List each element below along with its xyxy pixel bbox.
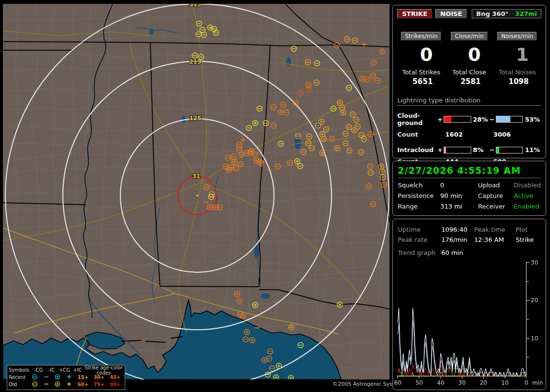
upload-label: Upload [478,182,514,189]
noises-per-min-value: 1 [516,43,541,66]
strike-stats-box: STRIKE NOISE Bng 360° 327mi Strikes/min … [392,5,546,158]
cg-count-label: Count [397,131,445,138]
peak-time-value: 12:36 AM [474,236,516,243]
plot-mode-value: Strike [516,236,541,243]
persistence-value: 90 min [440,192,478,199]
ic-negative-pct: 11% [525,146,541,154]
bearing-label: Bng 360° [476,10,508,17]
upload-status: Disabled [514,182,541,189]
total-close-label: Total Close [452,69,486,76]
legend-col-neg-cg: -CG [32,367,45,373]
peak-time-label: Peak time [474,226,516,233]
cg-positive-pct: 28% [473,116,490,123]
plus-sign: + [437,116,443,123]
cg-positive-bar [444,116,471,123]
ic-negative-bar [496,147,523,154]
strike-mode-button[interactable]: STRIKE [397,9,432,18]
legend-col-neg-ic: -IC [45,367,58,373]
plus-sign: + [437,146,443,154]
cg-negative-bar [496,116,523,123]
legend-age-90+: 90+ [107,382,123,387]
nexstorm-window: { "app": {"copyright": "©2005 Astrogenic… [0,0,550,392]
peak-rate-value: 176/min [441,236,474,243]
receiver-status: Enabled [514,203,541,210]
total-close-value: 2581 [461,77,493,86]
x-tick-30: 30 [458,379,465,386]
legend-symbol-ic+-icon [63,381,75,388]
ring-label-125: 125 [189,115,201,122]
status-box: 2/27/2026 4:55:19 AM Squelch 0 Upload Di… [392,161,546,216]
receiver-label: Receiver [478,203,514,210]
legend-age-30+: 30+ [91,375,107,380]
x-tick-40: 40 [437,379,444,386]
x-tick-0: 0 [524,379,528,386]
plot-label: Plot [516,226,541,233]
cg-positive-count: 1602 [445,131,493,138]
intracloud-label: Intracloud [397,146,437,154]
total-noises-label: Total Noises [499,69,536,76]
strikes-per-min-button[interactable]: Strikes/min [401,32,441,41]
total-strikes-label: Total Strikes [402,69,440,76]
x-axis-unit: min [532,379,543,386]
distribution-title: Lightning type distribution [397,97,541,106]
y-tick-30: 30 [531,259,538,266]
datetime-display: 2/27/2026 4:55:19 AM [398,165,541,178]
ic-positive-pct: 8% [473,146,490,154]
legend-row-old: Old60+75+90+ [9,381,123,388]
close-column: Close/min 0 Total Close 2581 [445,32,493,86]
squelch-row: Squelch 0 Upload Disabled [398,182,541,189]
uptime-row: Uptime 1096:40 Peak time Plot [398,226,541,233]
range-label: Range [398,203,440,210]
x-tick-50: 50 [416,379,423,386]
legend-age-45+: 45+ [107,375,123,380]
cloud-ground-count-row: Count 1602 3006 [397,131,541,138]
noises-per-min-button[interactable]: Noises/min [497,32,537,41]
legend-col-pos-cg: +CG [58,367,71,373]
lightning-map[interactable]: 31321912531 [3,4,390,379]
legend-symbol-ic+-icon [63,374,75,381]
bearing-range-display[interactable]: Bng 360° 327mi [472,9,541,18]
strikes-per-min-value: 0 [420,43,445,66]
legend-symbol-cg--icon [29,374,41,381]
y-tick-10: 10 [531,335,538,342]
x-tick-10: 10 [501,379,508,386]
trend-graph-chart: 1020306050403020100min [393,254,547,389]
x-tick-20: 20 [480,379,487,386]
ring-label-313: 313 [189,4,201,8]
ring-label-31: 31 [192,173,201,180]
legend-age-75+: 75+ [91,382,107,387]
trend-box: Uptime 1096:40 Peak time Plot Peak rate … [392,219,546,390]
legend-header-row: Symbols -CG -IC +CG +IC Strike age color… [9,366,123,374]
legend-row-recent: Recent15+30+45+ [9,374,123,381]
trend-series-total [398,308,526,376]
legend-label-recent: Recent [9,375,29,380]
persistence-row: Persistence 90 min Capture Active [398,192,541,199]
legend-label-old: Old [9,382,29,387]
total-strikes-value: 5651 [413,77,446,86]
legend-age-15+: 15+ [75,375,91,380]
legend-age-title: Strike age color codes [84,365,123,376]
squelch-label: Squelch [398,182,440,189]
receiver-site-marker [197,195,198,196]
capture-label: Capture [478,192,514,199]
legend-symbols-header: Symbols [9,367,32,373]
legend-symbol-cg+-icon [52,374,64,381]
range-value: 313 mi [440,203,478,210]
cg-negative-pct: 53% [525,116,541,123]
noise-mode-button[interactable]: NOISE [435,9,467,18]
close-per-min-button[interactable]: Close/min [451,32,487,41]
legend-symbol-cg--icon [29,381,41,388]
strikes-column: Strikes/min 0 Total Strikes 5651 [397,32,445,86]
minus-sign: − [489,116,494,123]
legend-age-60+: 60+ [75,382,91,387]
uptime-value: 1096:40 [441,226,474,233]
intracloud-row: Intracloud + 8% − 11% [397,146,541,154]
map-legend: Symbols -CG -IC +CG +IC Strike age color… [7,365,125,390]
x-tick-60: 60 [394,379,401,386]
peak-rate-row: Peak rate 176/min 12:36 AM Strike [398,236,541,243]
uptime-label: Uptime [398,226,441,233]
cg-negative-count: 3006 [493,131,541,138]
minus-sign: − [489,146,494,154]
peak-rate-label: Peak rate [398,236,441,243]
capture-status: Active [514,192,541,199]
